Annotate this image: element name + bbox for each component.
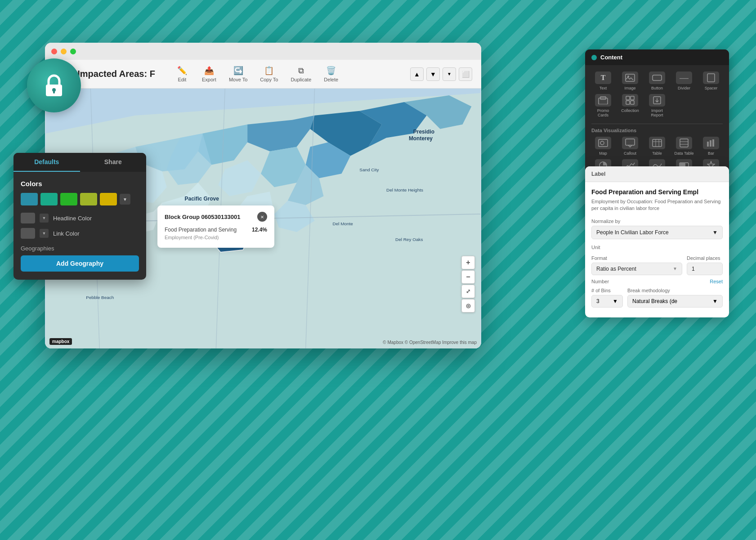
bins-chevron-icon: ▼ <box>613 298 618 304</box>
traffic-light-red[interactable] <box>51 49 57 54</box>
duplicate-button[interactable]: ⧉ Duplicate <box>284 63 318 85</box>
normalize-chevron-icon: ▼ <box>712 229 718 236</box>
edit-label: Edit <box>178 77 186 82</box>
nav-up-arrow[interactable]: ▲ <box>410 67 424 81</box>
format-col: Format Ratio as Percent ▼ <box>591 255 682 275</box>
break-label: Break methodology <box>627 288 723 293</box>
popup-close-button[interactable]: × <box>257 212 267 222</box>
map-viz-icon <box>595 137 611 149</box>
promo-icon <box>595 94 611 107</box>
svg-text:Sand City: Sand City <box>359 167 379 172</box>
break-chevron-icon: ▼ <box>712 298 718 304</box>
content-item-button[interactable]: Button <box>645 71 669 90</box>
headline-color-preview[interactable] <box>21 213 35 223</box>
break-select[interactable]: Natural Breaks (de ▼ <box>627 295 723 308</box>
text-icon: T <box>595 71 611 84</box>
content-item-spacer[interactable]: Spacer <box>699 71 723 90</box>
field-title: Food Preparation and Serving Empl <box>591 188 723 196</box>
format-chevron-icon: ▼ <box>673 266 677 271</box>
popup-row-label: Food Preparation and Serving Employment … <box>165 226 237 241</box>
decimal-label: Decimal places <box>687 255 723 261</box>
svg-text:Del Monte Heights: Del Monte Heights <box>386 187 423 192</box>
compass-button[interactable]: ◎ <box>461 299 475 312</box>
unit-section: Unit <box>591 245 723 250</box>
label-panel-body: Food Preparation and Serving Empl Employ… <box>585 182 729 317</box>
traffic-light-yellow[interactable] <box>61 49 67 54</box>
nav-menu-arrow[interactable]: ▼ <box>443 67 456 81</box>
link-color-option: ▼ Link Color <box>21 228 139 239</box>
lock-circle <box>27 58 81 112</box>
browser-titlebar <box>45 43 481 60</box>
svg-rect-45 <box>631 96 634 100</box>
normalize-select[interactable]: People In Civilian Labor Force ▼ <box>591 226 723 239</box>
bar-chart-icon <box>703 137 719 149</box>
content-item-collection[interactable]: Collection <box>618 94 642 117</box>
swatch-5[interactable] <box>100 193 117 205</box>
right-panel-bottom: Label Food Preparation and Serving Empl … <box>585 166 729 317</box>
delete-button[interactable]: 🗑️ Delete <box>318 63 344 85</box>
svg-text:Del Monte: Del Monte <box>332 221 353 226</box>
export-button[interactable]: 📤 Export <box>196 63 223 85</box>
copyto-button[interactable]: 📋 Copy To <box>254 63 284 85</box>
spacer-label: Spacer <box>705 86 718 90</box>
button-label: Button <box>651 86 663 90</box>
viz-item-table[interactable]: Table <box>645 137 669 156</box>
svg-rect-47 <box>631 101 634 104</box>
moveto-button[interactable]: ↪️ Move To <box>223 63 254 85</box>
nav-down-arrow[interactable]: ▼ <box>426 67 440 81</box>
expand-button[interactable]: ⤢ <box>461 285 475 298</box>
svg-rect-51 <box>626 139 635 145</box>
svg-rect-41 <box>707 74 715 82</box>
bins-select[interactable]: 3 ▼ <box>591 295 623 308</box>
text-label: Text <box>599 86 607 90</box>
tab-share[interactable]: Share <box>80 153 147 172</box>
map-viz-label: Map <box>599 151 607 156</box>
swatch-4[interactable] <box>80 193 97 205</box>
normalize-label: Normalize by <box>591 219 620 224</box>
number-reset-link[interactable]: Reset <box>710 279 723 284</box>
color-swatches: ▼ <box>21 193 139 205</box>
headline-color-dropdown[interactable]: ▼ <box>40 214 49 223</box>
export-icon: 📤 <box>204 66 214 76</box>
viz-item-bar[interactable]: Bar <box>699 137 723 156</box>
map-attribution: © Mapbox © OpenStreetMap Improve this ma… <box>383 340 477 345</box>
viz-item-callout[interactable]: Callout <box>618 137 642 156</box>
spacer-icon <box>703 71 719 84</box>
swatch-dropdown[interactable]: ▼ <box>120 194 130 205</box>
promo-label: Promo Cards <box>591 108 615 117</box>
traffic-light-green[interactable] <box>70 49 76 54</box>
svg-rect-52 <box>653 139 662 147</box>
format-select[interactable]: Ratio as Percent ▼ <box>591 263 682 275</box>
link-color-preview[interactable] <box>21 228 35 239</box>
delete-label: Delete <box>324 77 338 82</box>
content-item-promo[interactable]: Promo Cards <box>591 94 615 117</box>
viz-item-map[interactable]: Map <box>591 137 615 156</box>
swatch-3[interactable] <box>60 193 77 205</box>
svg-point-50 <box>600 141 604 145</box>
swatch-1[interactable] <box>21 193 38 205</box>
zoom-in-button[interactable]: + <box>461 256 475 269</box>
svg-rect-42 <box>599 98 608 104</box>
field-description: Employment by Occupation: Food Preparati… <box>591 198 723 212</box>
content-item-image[interactable]: Image <box>618 71 642 90</box>
tab-defaults[interactable]: Defaults <box>13 153 80 172</box>
nav-expand-btn[interactable]: ⬜ <box>459 67 472 81</box>
svg-rect-44 <box>626 96 630 100</box>
link-color-label: Link Color <box>53 230 80 237</box>
swatch-2[interactable] <box>40 193 58 205</box>
add-geography-button[interactable]: Add Geography <box>21 255 139 272</box>
decimal-input[interactable] <box>687 263 723 275</box>
zoom-out-button[interactable]: − <box>461 270 475 284</box>
link-color-dropdown[interactable]: ▼ <box>40 229 49 238</box>
content-item-divider[interactable]: — Divider <box>672 71 696 90</box>
edit-button[interactable]: ✏️ Edit <box>169 63 196 85</box>
sidebar-body: Colors ▼ ▼ Headline Color ▼ Link Color G… <box>13 172 146 280</box>
content-item-text[interactable]: T Text <box>591 71 615 90</box>
content-item-import[interactable]: Import Report <box>645 94 669 117</box>
map-controls: + − ⤢ ◎ <box>461 256 475 312</box>
svg-rect-2 <box>53 90 55 94</box>
popup-title: Block Group 060530133001 <box>165 214 240 220</box>
popup-close-icon: × <box>260 214 264 220</box>
viz-item-data-table[interactable]: Data Table <box>672 137 696 156</box>
unit-label: Unit <box>591 245 723 250</box>
